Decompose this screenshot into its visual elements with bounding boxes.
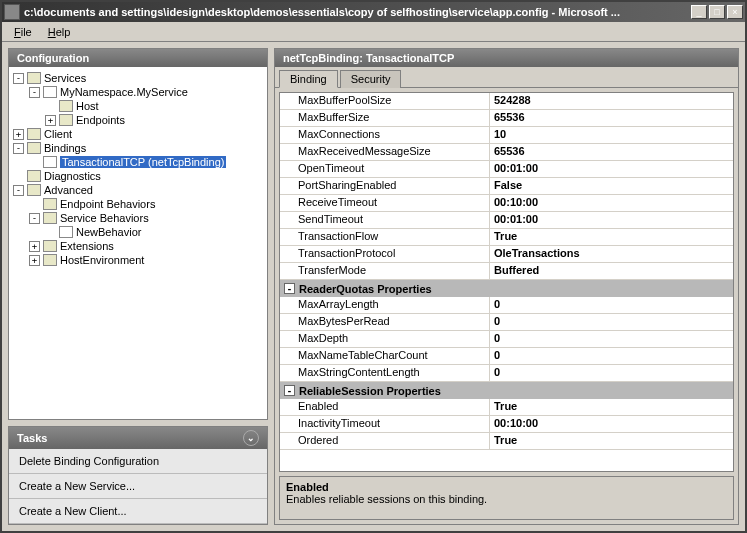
tree-item-host[interactable]: Host	[76, 100, 99, 112]
tree-item-endpoints[interactable]: Endpoints	[76, 114, 125, 126]
tree-item-hostenv[interactable]: HostEnvironment	[60, 254, 144, 266]
prop-label: MaxConnections	[280, 127, 490, 143]
prop-value[interactable]: 00:01:00	[490, 161, 733, 177]
tree-item-advanced[interactable]: Advanced	[44, 184, 93, 196]
folder-icon	[27, 128, 41, 140]
tree-item-newbehavior[interactable]: NewBehavior	[76, 226, 141, 238]
folder-icon	[27, 72, 41, 84]
tree-item-services[interactable]: Services	[44, 72, 86, 84]
prop-label: SendTimeout	[280, 212, 490, 228]
expand-toggle[interactable]: -	[13, 185, 24, 196]
configuration-title: Configuration	[17, 52, 89, 64]
behavior-icon	[59, 226, 73, 238]
prop-label: MaxNameTableCharCount	[280, 348, 490, 364]
menu-help[interactable]: Help	[40, 24, 79, 40]
prop-label: Enabled	[280, 399, 490, 415]
task-new-client[interactable]: Create a New Client...	[9, 499, 267, 524]
prop-label: MaxStringContentLength	[280, 365, 490, 381]
tasks-title: Tasks	[17, 432, 47, 444]
folder-icon	[59, 100, 73, 112]
prop-label: TransactionProtocol	[280, 246, 490, 262]
folder-icon	[59, 114, 73, 126]
menu-file[interactable]: File	[6, 24, 40, 40]
prop-value[interactable]: 00:01:00	[490, 212, 733, 228]
folder-icon	[27, 170, 41, 182]
prop-value[interactable]: True	[490, 229, 733, 245]
prop-value[interactable]: 0	[490, 297, 733, 313]
prop-value[interactable]: 0	[490, 348, 733, 364]
folder-icon	[43, 212, 57, 224]
expand-toggle[interactable]: -	[13, 143, 24, 154]
prop-value[interactable]: 65536	[490, 144, 733, 160]
prop-label: InactivityTimeout	[280, 416, 490, 432]
prop-value[interactable]: Buffered	[490, 263, 733, 279]
prop-value[interactable]: 0	[490, 331, 733, 347]
help-panel: Enabled Enables reliable sessions on thi…	[279, 476, 734, 520]
tree-item-endpoint-behaviors[interactable]: Endpoint Behaviors	[60, 198, 155, 210]
menubar: File Help	[2, 22, 745, 42]
collapse-toggle[interactable]: -	[284, 385, 295, 396]
tree-item-myservice[interactable]: MyNamespace.MyService	[60, 86, 188, 98]
folder-icon	[27, 184, 41, 196]
tasks-header[interactable]: Tasks ⌄	[9, 427, 267, 449]
prop-label: MaxDepth	[280, 331, 490, 347]
right-panel-header: netTcpBinding: TansactionalTCP	[275, 49, 738, 67]
main-window: c:\documents and settings\idesign\deskto…	[0, 0, 747, 533]
chevron-down-icon[interactable]: ⌄	[243, 430, 259, 446]
folder-icon	[27, 142, 41, 154]
tree-item-service-behaviors[interactable]: Service Behaviors	[60, 212, 149, 224]
tree-item-bindings[interactable]: Bindings	[44, 142, 86, 154]
expand-toggle[interactable]: +	[29, 255, 40, 266]
folder-icon	[43, 240, 57, 252]
prop-label: OpenTimeout	[280, 161, 490, 177]
prop-label: MaxArrayLength	[280, 297, 490, 313]
binding-icon	[43, 156, 57, 168]
minimize-button[interactable]: _	[691, 5, 707, 19]
prop-label: MaxReceivedMessageSize	[280, 144, 490, 160]
prop-value[interactable]: 65536	[490, 110, 733, 126]
prop-label: MaxBufferPoolSize	[280, 93, 490, 109]
prop-value[interactable]: 00:10:00	[490, 416, 733, 432]
tab-security[interactable]: Security	[340, 70, 402, 88]
binding-heading: netTcpBinding: TansactionalTCP	[283, 52, 454, 64]
task-delete-binding[interactable]: Delete Binding Configuration	[9, 449, 267, 474]
prop-value[interactable]: 524288	[490, 93, 733, 109]
prop-label: PortSharingEnabled	[280, 178, 490, 194]
prop-category-reader[interactable]: -ReaderQuotas Properties	[280, 280, 733, 297]
prop-value[interactable]: OleTransactions	[490, 246, 733, 262]
tabstrip: Binding Security	[275, 67, 738, 88]
folder-icon	[43, 254, 57, 266]
prop-value[interactable]: False	[490, 178, 733, 194]
prop-value[interactable]: 0	[490, 365, 733, 381]
tree-item-client[interactable]: Client	[44, 128, 72, 140]
prop-label: TransferMode	[280, 263, 490, 279]
prop-label: TransactionFlow	[280, 229, 490, 245]
window-title: c:\documents and settings\idesign\deskto…	[24, 6, 691, 18]
task-new-service[interactable]: Create a New Service...	[9, 474, 267, 499]
titlebar: c:\documents and settings\idesign\deskto…	[2, 2, 745, 22]
tree-item-diagnostics[interactable]: Diagnostics	[44, 170, 101, 182]
prop-value[interactable]: 00:10:00	[490, 195, 733, 211]
tree-item-extensions[interactable]: Extensions	[60, 240, 114, 252]
close-button[interactable]: ×	[727, 5, 743, 19]
expand-toggle[interactable]: +	[13, 129, 24, 140]
folder-icon	[43, 198, 57, 210]
expand-toggle[interactable]: -	[13, 73, 24, 84]
expand-toggle[interactable]: -	[29, 87, 40, 98]
prop-value[interactable]: True	[490, 433, 733, 449]
configuration-tree[interactable]: -Services -MyNamespace.MyService Host +E…	[9, 67, 267, 419]
property-grid[interactable]: MaxBufferPoolSize524288 MaxBufferSize655…	[279, 92, 734, 472]
expand-toggle[interactable]: +	[29, 241, 40, 252]
tree-item-tansactionaltcp[interactable]: TansactionalTCP (netTcpBinding)	[60, 156, 226, 168]
prop-value[interactable]: 10	[490, 127, 733, 143]
prop-value[interactable]: 0	[490, 314, 733, 330]
configuration-header: Configuration	[9, 49, 267, 67]
service-icon	[43, 86, 57, 98]
maximize-button[interactable]: □	[709, 5, 725, 19]
expand-toggle[interactable]: -	[29, 213, 40, 224]
collapse-toggle[interactable]: -	[284, 283, 295, 294]
prop-value[interactable]: True	[490, 399, 733, 415]
tab-binding[interactable]: Binding	[279, 70, 338, 88]
expand-toggle[interactable]: +	[45, 115, 56, 126]
prop-category-reliable[interactable]: -ReliableSession Properties	[280, 382, 733, 399]
